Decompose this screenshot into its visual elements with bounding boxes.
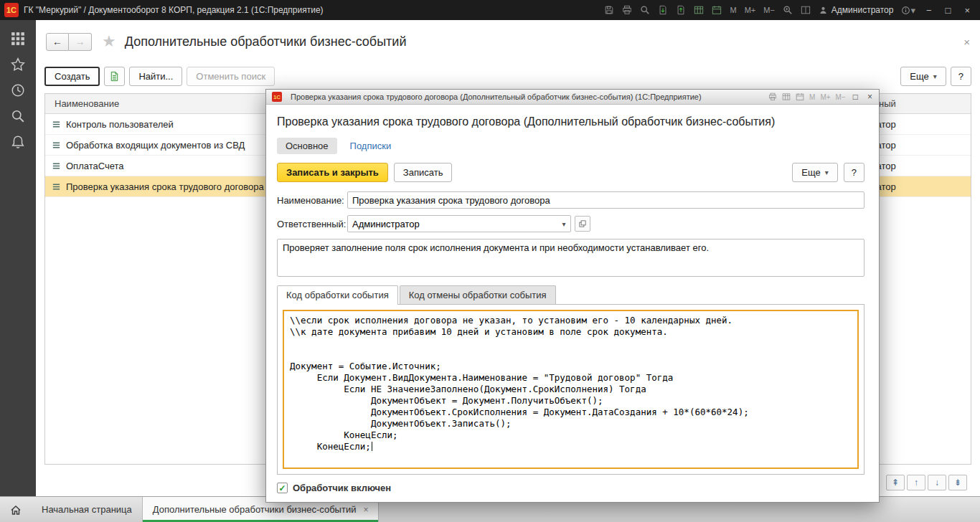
more-button[interactable]: Еще▾ bbox=[900, 67, 946, 86]
dialog-close-button[interactable]: × bbox=[865, 92, 875, 102]
minimize-button[interactable]: − bbox=[923, 5, 935, 16]
window-titlebar: 1С ГК "Меркурий" / Документооборот 8 КОР… bbox=[0, 0, 980, 20]
search-icon[interactable] bbox=[11, 109, 25, 123]
list-pager: ⇞ ↑ ↓ ⇟ bbox=[886, 475, 967, 490]
find-button[interactable]: Найти... bbox=[129, 67, 182, 86]
dialog-titlebar[interactable]: 1С Проверка указания срока трудового дог… bbox=[266, 90, 879, 105]
window-title: ГК "Меркурий" / Документооборот 8 КОРП, … bbox=[24, 5, 324, 15]
calculator-icon[interactable] bbox=[694, 5, 704, 15]
description-textarea[interactable]: Проверяет заполнение поля срок исполнени… bbox=[277, 239, 864, 277]
load-file-icon[interactable] bbox=[658, 5, 668, 15]
code-editor[interactable]: \\если срок исполнения договора не указа… bbox=[283, 310, 859, 469]
name-input[interactable] bbox=[347, 191, 864, 209]
page-title: Дополнительные обработчики бизнес-событи… bbox=[125, 34, 407, 49]
page-up-button[interactable]: ↑ bbox=[907, 475, 925, 490]
maximize-button[interactable]: □ bbox=[943, 5, 954, 16]
calendar-icon[interactable] bbox=[712, 5, 722, 15]
list-toolbar: Создать Найти... Отменить поиск Еще▾ ? bbox=[36, 63, 980, 87]
handler-enabled-checkbox[interactable]: ✓ bbox=[277, 483, 288, 493]
tab-home-page[interactable]: Начальная страница bbox=[32, 497, 143, 522]
handler-enabled-row: ✓ Обработчик включен bbox=[277, 483, 864, 493]
chevron-down-icon: ▾ bbox=[825, 169, 829, 176]
calendar-icon[interactable] bbox=[796, 92, 804, 101]
tab-code-cancel[interactable]: Код отмены обработки события bbox=[400, 285, 556, 304]
dialog-title: Проверка указания срока трудового догово… bbox=[291, 92, 763, 101]
info-menu-icon[interactable]: ▾ bbox=[901, 5, 915, 16]
list-item-icon bbox=[52, 161, 61, 171]
favorites-icon[interactable] bbox=[11, 57, 25, 72]
m-button[interactable]: М bbox=[730, 6, 736, 14]
dialog-heading: Проверка указания срока трудового догово… bbox=[277, 115, 864, 128]
notifications-icon[interactable] bbox=[11, 135, 25, 149]
open-responsible-button[interactable] bbox=[575, 216, 590, 232]
app-logo: 1С bbox=[272, 92, 282, 102]
m-button[interactable]: М bbox=[809, 93, 815, 101]
save-close-button[interactable]: Записать и закрыть bbox=[277, 163, 388, 182]
save-file-icon[interactable] bbox=[676, 5, 686, 15]
dialog-maximize-button[interactable]: □ bbox=[851, 92, 860, 102]
split-window-icon[interactable] bbox=[801, 5, 811, 15]
save-icon[interactable] bbox=[604, 5, 614, 15]
chevron-down-icon: ▾ bbox=[910, 5, 915, 16]
help-button[interactable]: ? bbox=[951, 67, 971, 86]
dialog-navtabs: Основное Подписки bbox=[277, 138, 864, 154]
app-logo: 1С bbox=[4, 3, 19, 17]
check-icon: ✓ bbox=[278, 484, 286, 493]
handler-dialog: 1С Проверка указания срока трудового дог… bbox=[265, 89, 880, 503]
chevron-down-icon: ▾ bbox=[933, 72, 937, 80]
create-button[interactable]: Создать bbox=[44, 67, 100, 86]
close-button[interactable]: × bbox=[961, 5, 973, 16]
print-preview-icon[interactable] bbox=[640, 5, 650, 15]
print-icon[interactable] bbox=[622, 5, 632, 15]
forward-button[interactable]: → bbox=[69, 33, 92, 51]
code-tabs: Код обработки события Код отмены обработ… bbox=[277, 285, 864, 304]
m-minus-button[interactable]: М− bbox=[836, 93, 846, 101]
dialog-more-button[interactable]: Еще▾ bbox=[792, 163, 837, 182]
page-header: ← → ★ Дополнительные обработчики бизнес-… bbox=[36, 20, 980, 63]
forward-arrow-icon: → bbox=[75, 36, 85, 47]
back-button[interactable]: ← bbox=[46, 33, 69, 51]
cancel-search-button[interactable]: Отменить поиск bbox=[187, 67, 275, 86]
code-panel: \\если срок исполнения договора не указа… bbox=[277, 304, 864, 475]
user-icon bbox=[819, 6, 828, 15]
history-icon[interactable] bbox=[11, 83, 25, 98]
zoom-icon[interactable] bbox=[783, 5, 793, 15]
page-close-icon[interactable]: × bbox=[963, 36, 970, 48]
save-button[interactable]: Записать bbox=[394, 163, 453, 182]
copy-item-button[interactable] bbox=[104, 67, 125, 86]
tab-close-icon[interactable]: × bbox=[363, 505, 368, 515]
m-plus-button[interactable]: М+ bbox=[745, 6, 756, 14]
m-minus-button[interactable]: М− bbox=[763, 6, 775, 14]
go-last-button[interactable]: ⇟ bbox=[948, 475, 967, 490]
handler-enabled-label: Обработчик включен bbox=[293, 483, 391, 493]
home-icon[interactable] bbox=[0, 497, 32, 522]
favorite-star-icon[interactable]: ★ bbox=[102, 34, 116, 49]
user-name: Администратор bbox=[831, 5, 894, 15]
back-arrow-icon: ← bbox=[52, 36, 62, 47]
current-user-indicator[interactable]: Администратор bbox=[819, 5, 894, 15]
tab-subscriptions[interactable]: Подписки bbox=[350, 141, 392, 151]
sidebar bbox=[0, 20, 36, 496]
dropdown-icon[interactable]: ▾ bbox=[557, 220, 570, 228]
print-icon[interactable] bbox=[768, 92, 777, 101]
name-label: Наименование: bbox=[277, 195, 347, 206]
sections-menu-icon[interactable] bbox=[11, 32, 25, 46]
dialog-help-button[interactable]: ? bbox=[844, 163, 864, 182]
calculator-icon[interactable] bbox=[782, 92, 791, 101]
tab-main[interactable]: Основное bbox=[277, 138, 337, 154]
page-down-button[interactable]: ↓ bbox=[928, 475, 946, 490]
list-item-icon bbox=[52, 182, 61, 191]
m-plus-button[interactable]: М+ bbox=[820, 93, 830, 101]
list-item-icon bbox=[52, 120, 61, 129]
tab-code-handler[interactable]: Код обработки события bbox=[277, 285, 398, 305]
responsible-combobox[interactable]: ▾ bbox=[347, 215, 571, 232]
dialog-command-bar: Записать и закрыть Записать Еще▾ ? bbox=[277, 163, 864, 182]
list-item-icon bbox=[52, 141, 61, 150]
responsible-label: Ответственный: bbox=[277, 219, 347, 229]
responsible-input[interactable] bbox=[348, 219, 557, 229]
go-first-button[interactable]: ⇞ bbox=[886, 475, 905, 490]
